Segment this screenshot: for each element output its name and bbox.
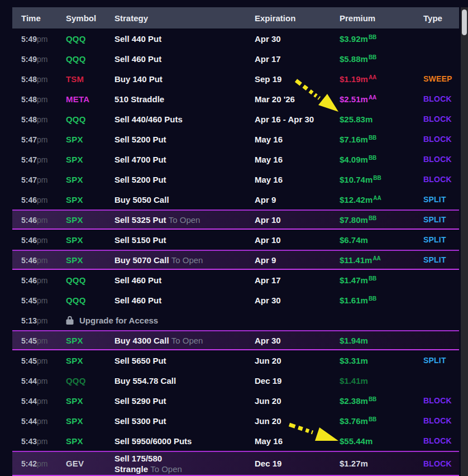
time-ampm: pm [37,459,47,468]
table-row[interactable]: 5:48pmMETA510 StraddleMar 20 '26$2.51mAA… [12,89,459,109]
table-row[interactable]: 5:43pmSPXSell 5950/6000 PutsMay 16$55.44… [12,431,459,451]
premium: $25.83m [340,115,423,124]
symbol-ticker[interactable]: SPX [66,235,114,245]
premium: $10.74mBB [340,175,423,184]
symbol-ticker[interactable]: QQQ [66,296,114,305]
table-row[interactable]: 5:46pmQQQSell 460 PutApr 17$1.47mBB [12,270,459,290]
table-row[interactable]: 5:45pmSPXBuy 4300 Call To OpenApr 30$1.9… [12,330,459,350]
strategy: Buy 4300 Call To Open [114,335,255,346]
symbol-ticker[interactable]: QQQ [66,376,114,385]
premium: $1.47mBB [340,275,423,285]
table-row[interactable]: 5:45pmQQQSell 460 PutApr 30$1.61mBB [12,290,459,310]
symbol-ticker[interactable]: SPX [66,215,114,225]
symbol-ticker[interactable]: SPX [66,135,114,144]
time-value: 5:42 [21,459,37,468]
lock-icon [66,316,74,325]
expiration: Apr 10 [255,235,340,245]
table-row[interactable]: 5:48pmQQQSell 440/460 PutsApr 16 - Apr 3… [12,109,459,129]
premium: $1.41m [340,376,423,385]
column-header-strategy[interactable]: Strategy [114,13,255,23]
expiration-value: Apr 30 [255,336,281,345]
time-ampm: pm [37,256,47,265]
upgrade-for-access[interactable]: Upgrade for Access [66,316,158,325]
premium-superscript: AA [373,255,380,261]
premium-superscript: AA [369,94,376,101]
column-header-symbol[interactable]: Symbol [66,13,114,23]
premium-superscript: BB [373,175,381,181]
expiration: Jun 20 [255,356,340,365]
table-row[interactable]: 5:42pmGEVSell 175/580Strangle To OpenDec… [12,451,459,476]
symbol-ticker[interactable]: SPX [66,195,114,204]
table-row[interactable]: 5:47pmSPXSell 5200 PutMay 16$7.16mBBBLOC… [12,129,459,149]
column-header-type[interactable]: Type [423,13,459,23]
time-value: 5:47 [21,155,37,164]
table-row[interactable]: 5:44pmSPXSell 5300 PutJun 20$3.76mBBBLOC… [12,411,459,431]
upgrade-label: Upgrade for Access [79,316,158,325]
order-type-label: SPLIT [423,255,446,264]
table-row[interactable]: 5:13pmUpgrade for Access [12,310,459,330]
scrollbar[interactable] [461,7,468,476]
symbol-ticker[interactable]: SPX [66,416,114,426]
table-row[interactable]: 5:47pmSPXSell 4700 PutMay 16$4.09mBBBLOC… [12,149,459,169]
strategy: Sell 460 Put [114,295,255,306]
expiration-value: Apr 30 [255,34,281,44]
expiration: May 16 [255,175,340,184]
table-row[interactable]: 5:47pmSPXSell 5200 PutMay 16$10.74mBBBLO… [12,169,459,189]
time-value: 5:46 [21,196,37,204]
symbol-ticker[interactable]: META [66,94,114,104]
column-header-expiration[interactable]: Expiration [255,13,340,23]
time-ampm: pm [37,155,47,164]
expiration-value: Apr 10 [255,215,281,225]
order-type-label: BLOCK [423,175,452,184]
premium-value: $25.83m [340,115,373,124]
table-row[interactable]: 5:46pmSPXBuy 5050 CallApr 9$12.42mAASPLI… [12,189,459,210]
scrollbar-thumb[interactable] [462,9,467,35]
time-ampm: pm [37,55,47,64]
symbol-ticker[interactable]: SPX [66,356,114,365]
premium-superscript: BB [369,396,376,402]
table-row[interactable]: 5:46pmSPXBuy 5070 Call To OpenApr 9$11.4… [12,250,459,270]
column-header-time[interactable]: Time [12,13,66,23]
trade-time: 5:44pm [12,416,66,426]
premium-value: $1.27m [340,459,368,468]
expiration: Apr 30 [255,296,340,305]
column-header-premium[interactable]: Premium [340,13,423,23]
table-row[interactable]: 5:44pmQQQBuy 554.78 CallDec 19$1.41m [12,370,459,391]
time-ampm: pm [37,276,47,285]
symbol-ticker[interactable]: SPX [66,336,114,345]
expiration-value: Apr 16 - Apr 30 [255,115,314,124]
table-row[interactable]: 5:46pmSPXSell 5325 Put To OpenApr 10$7.8… [12,210,459,230]
symbol-label: SPX [66,155,83,164]
table-row[interactable]: 5:45pmSPXSell 5650 PutJun 20$3.31mSPLIT [12,350,459,370]
symbol-ticker[interactable]: SPX [66,396,114,406]
symbol-ticker[interactable]: QQQ [66,115,114,124]
premium-superscript: BB [369,275,376,282]
table-row[interactable]: 5:46pmSPXSell 5150 PutApr 10$6.74mSPLIT [12,230,459,250]
symbol-ticker[interactable]: GEV [66,459,114,468]
order-type: BLOCK [423,94,459,103]
symbol-ticker[interactable]: QQQ [66,275,114,285]
symbol-label: QQQ [66,34,86,44]
table-row[interactable]: 5:49pmQQQSell 440 PutApr 30$3.92mBB [12,28,459,49]
table-row[interactable]: 5:48pmTSMBuy 140 PutSep 19$1.19mAASWEEP [12,69,459,89]
time-ampm: pm [37,417,47,426]
symbol-ticker[interactable]: SPX [66,255,114,265]
symbol-ticker[interactable]: QQQ [66,34,114,44]
premium-superscript: BB [369,296,376,302]
time-value: 5:47 [21,175,37,184]
symbol-ticker[interactable]: SPX [66,155,114,164]
symbol-label: TSM [66,74,84,84]
order-type: SPLIT [423,356,459,365]
symbol-ticker[interactable]: TSM [66,74,114,84]
symbol-ticker[interactable]: QQQ [66,54,114,64]
table-row[interactable]: 5:49pmQQQSell 460 PutApr 17$5.88mBB [12,49,459,69]
strategy-main: Sell 5300 Put [114,416,166,426]
expiration: Apr 17 [255,275,340,285]
table-row[interactable]: 5:44pmSPXSell 5290 PutJun 20$2.38mBBBLOC… [12,391,459,411]
expiration-value: Apr 17 [255,54,281,64]
premium-value: $3.76m [340,416,368,426]
symbol-label: META [66,94,89,104]
time-ampm: pm [37,336,47,345]
symbol-ticker[interactable]: SPX [66,436,114,446]
symbol-ticker[interactable]: SPX [66,175,114,184]
